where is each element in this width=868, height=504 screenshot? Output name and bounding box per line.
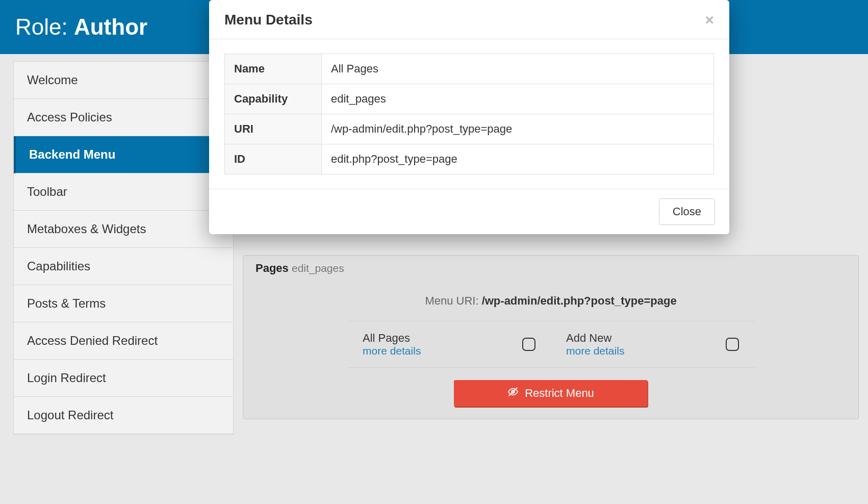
table-row: ID edit.php?post_type=page <box>225 144 714 174</box>
sidebar-item-label: Backend Menu <box>29 147 115 161</box>
restrict-menu-label: Restrict Menu <box>525 387 594 400</box>
modal-body: Name All Pages Capability edit_pages URI… <box>209 39 729 189</box>
sidebar-item-label: Access Denied Redirect <box>27 334 158 347</box>
menu-uri-value: /wp-admin/edit.php?post_type=page <box>482 294 677 307</box>
menu-panel: Pages edit_pages Menu URI: /wp-admin/edi… <box>243 255 859 419</box>
detail-value: All Pages <box>322 54 714 84</box>
menu-uri-label: Menu URI: <box>425 294 481 307</box>
eye-slash-icon <box>507 386 519 400</box>
panel-menu-capability: edit_pages <box>292 262 344 274</box>
submenu-name: All Pages <box>363 332 421 345</box>
restrict-menu-button[interactable]: Restrict Menu <box>454 380 648 407</box>
sidebar-item-logout-redirect[interactable]: Logout Redirect <box>14 397 233 434</box>
sidebar-item-label: Posts & Terms <box>27 296 106 310</box>
sidebar-item-label: Welcome <box>27 73 78 87</box>
detail-value: edit.php?post_type=page <box>322 144 714 174</box>
close-icon[interactable]: × <box>705 11 714 29</box>
table-row: Name All Pages <box>225 54 714 84</box>
submenu-checkbox[interactable] <box>522 338 535 351</box>
page-header-role: Author <box>74 14 147 39</box>
table-row: URI /wp-admin/edit.php?post_type=page <box>225 114 714 144</box>
detail-value: /wp-admin/edit.php?post_type=page <box>322 114 714 144</box>
submenu-all-pages: All Pages more details <box>347 332 551 357</box>
submenu-checkbox[interactable] <box>726 338 739 351</box>
sidebar-item-label: Access Policies <box>27 110 112 124</box>
sidebar-item-capabilities[interactable]: Capabilities <box>14 248 233 285</box>
submenu-add-new: Add New more details <box>551 332 754 357</box>
sidebar-item-label: Toolbar <box>27 185 67 198</box>
sidebar-item-access-denied-redirect[interactable]: Access Denied Redirect <box>14 322 233 360</box>
sidebar-item-welcome[interactable]: Welcome <box>14 62 233 99</box>
sidebar-item-toolbar[interactable]: Toolbar <box>14 173 233 211</box>
close-button[interactable]: Close <box>659 198 715 225</box>
sidebar-item-label: Metaboxes & Widgets <box>27 222 146 236</box>
detail-key: Name <box>225 54 322 84</box>
detail-key: ID <box>225 144 322 174</box>
sidebar-item-label: Capabilities <box>27 259 90 273</box>
modal-header: Menu Details × <box>209 0 729 39</box>
submenu-row: All Pages more details Add New more deta… <box>347 321 754 368</box>
menu-details-table: Name All Pages Capability edit_pages URI… <box>224 54 714 174</box>
sidebar-item-login-redirect[interactable]: Login Redirect <box>14 360 233 397</box>
menu-uri-line: Menu URI: /wp-admin/edit.php?post_type=p… <box>256 289 846 321</box>
sidebar: Welcome Access Policies Backend Menu Too… <box>13 61 234 435</box>
sidebar-item-access-policies[interactable]: Access Policies <box>14 99 233 136</box>
page-header-prefix: Role: <box>15 14 74 39</box>
menu-details-modal: Menu Details × Name All Pages Capability… <box>209 0 729 234</box>
submenu-name: Add New <box>566 332 624 345</box>
panel-menu-name: Pages <box>256 262 289 274</box>
modal-title: Menu Details <box>224 12 313 28</box>
sidebar-item-metaboxes-widgets[interactable]: Metaboxes & Widgets <box>14 211 233 248</box>
panel-title: Pages edit_pages <box>243 256 858 279</box>
detail-key: URI <box>225 114 322 144</box>
more-details-link[interactable]: more details <box>363 345 421 357</box>
detail-key: Capability <box>225 84 322 114</box>
more-details-link[interactable]: more details <box>566 345 624 357</box>
sidebar-item-posts-terms[interactable]: Posts & Terms <box>14 285 233 322</box>
table-row: Capability edit_pages <box>225 84 714 114</box>
detail-value: edit_pages <box>322 84 714 114</box>
sidebar-item-label: Login Redirect <box>27 371 106 385</box>
sidebar-item-label: Logout Redirect <box>27 408 113 422</box>
modal-footer: Close <box>209 189 729 234</box>
sidebar-item-backend-menu[interactable]: Backend Menu <box>14 136 233 173</box>
